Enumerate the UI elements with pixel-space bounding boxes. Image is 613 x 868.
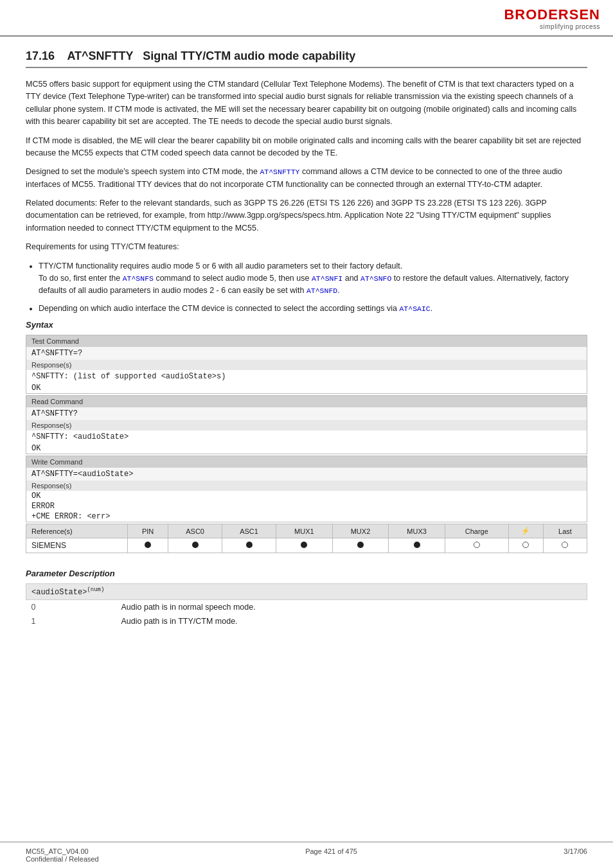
ref-header-mux3: MUX3 [389,524,445,538]
inline-code-snfd: AT^SNFD [306,287,337,295]
param-header-cell: <audioState>(num) [26,584,587,600]
read-command-block: Read Command AT^SNFTTY? Response(s) ^SNF… [26,395,587,454]
test-response-text: ^SNFTTY: (list of supported <audioState>… [26,370,587,383]
read-command-header: Read Command [26,396,587,407]
write-error: ERROR [26,501,587,511]
test-ok: OK [26,383,587,393]
write-command-block: Write Command AT^SNFTTY=<audioState> Res… [26,456,587,522]
footer-confidential: Confidential / Released [26,855,99,863]
requirements-intro: Requirements for using TTY/CTM features: [26,241,587,253]
ref-header-pin: PIN [128,524,168,538]
list-item-2: Depending on which audio interface the C… [39,303,587,315]
page-header: BRODERSEN simplifying process [0,0,613,37]
ref-asc1-val [222,538,276,553]
footer-date: 3/17/06 [564,847,587,863]
logo-name: BRODERSEN [504,6,600,23]
write-command-text: AT^SNFTTY=<audioState> [26,468,587,481]
param-header-row: <audioState>(num) [26,584,587,600]
write-cme-error: +CME ERROR: <err> [26,511,587,522]
dot-last [562,542,568,548]
list-item-1: TTY/CTM functionality requires audio mod… [39,260,587,297]
ref-row-siemens: SIEMENS [26,538,587,553]
write-response-label: Response(s) [26,481,587,491]
ref-header-mux2: MUX2 [332,524,389,538]
body-para-4: Related documents: Refer to the relevant… [26,197,587,235]
ref-header-reference: Reference(s) [26,524,128,538]
read-response-text: ^SNFTTY: <audioState> [26,430,587,443]
test-command-text: AT^SNFTTY=? [26,347,587,360]
param-desc-0: Audio path is in normal speech mode. [116,600,587,615]
body-para-2: If CTM mode is disabled, the ME will cle… [26,135,587,160]
inline-code-snfs: AT^SNFS [123,274,154,283]
dot-pin [145,542,151,548]
dot-asc0 [192,542,199,548]
section-title: 17.16 AT^SNFTTY Signal TTY/CTM audio mod… [26,49,587,68]
body-para-1: MC55 offers basic support for equipment … [26,78,587,128]
main-content: 17.16 AT^SNFTTY Signal TTY/CTM audio mod… [0,37,613,641]
write-command-header: Write Command [26,456,587,468]
inline-code-snfi: AT^SNFI [312,274,342,283]
logo: BRODERSEN simplifying process [504,6,600,30]
write-ok: OK [26,491,587,501]
dot-asc1 [246,542,253,548]
section-heading: AT^SNFTTY Signal TTY/CTM audio mode capa… [67,49,355,62]
footer-page: Page 421 of 475 [305,847,357,863]
dot-mux2 [357,542,364,548]
ref-header-asc1: ASC1 [222,524,276,538]
ref-charge-val [445,538,508,553]
footer-left: MC55_ATC_V04.00 Confidential / Released [26,847,99,863]
test-command-header: Test Command [26,335,587,347]
ref-header-charge: Charge [445,524,508,538]
param-desc-title: Parameter Description [26,569,587,578]
ref-header-asc0: ASC0 [168,524,222,538]
param-row-1: 1 Audio path is in TTY/CTM mode. [26,614,587,628]
param-table: <audioState>(num) 0 Audio path is in nor… [26,583,587,628]
ref-mux3-val [389,538,445,553]
ref-header-mux1: MUX1 [276,524,333,538]
test-command-block: Test Command AT^SNFTTY=? Response(s) ^SN… [26,335,587,394]
inline-code-saic: AT^SAIC [399,305,430,313]
read-command-text: AT^SNFTTY? [26,407,587,420]
param-value-0: 0 [26,600,116,615]
section-number: 17.16 [26,49,55,62]
param-row-0: 0 Audio path is in normal speech mode. [26,600,587,615]
read-ok: OK [26,443,587,454]
ref-last-val [543,538,587,553]
ref-label-siemens: SIEMENS [26,538,128,553]
body-para-3: Designed to set the module's speech syst… [26,166,587,191]
param-desc-1: Audio path is in TTY/CTM mode. [116,614,587,628]
param-value-1: 1 [26,614,116,628]
dot-signal [522,542,529,548]
ref-header-signal: ⚡ [508,524,543,538]
page-footer: MC55_ATC_V04.00 Confidential / Released … [0,842,613,868]
dot-mux3 [414,542,420,548]
bullet-list: TTY/CTM functionality requires audio mod… [39,260,587,315]
inline-code-snftty: AT^SNFTTY [260,168,299,176]
syntax-title: Syntax [26,320,587,330]
read-response-label: Response(s) [26,420,587,430]
ref-pin-val [128,538,168,553]
ref-mux1-val [276,538,333,553]
logo-tagline: simplifying process [504,23,600,30]
dot-charge [474,542,480,548]
ref-header-last: Last [543,524,587,538]
test-response-label: Response(s) [26,360,587,370]
reference-table: Reference(s) PIN ASC0 ASC1 MUX1 MUX2 MUX… [26,524,587,553]
ref-signal-val [508,538,543,553]
dot-mux1 [301,542,307,548]
ref-mux2-val [332,538,389,553]
footer-doc-id: MC55_ATC_V04.00 [26,847,99,855]
inline-code-snfo: AT^SNFO [360,274,391,283]
ref-asc0-val [168,538,222,553]
